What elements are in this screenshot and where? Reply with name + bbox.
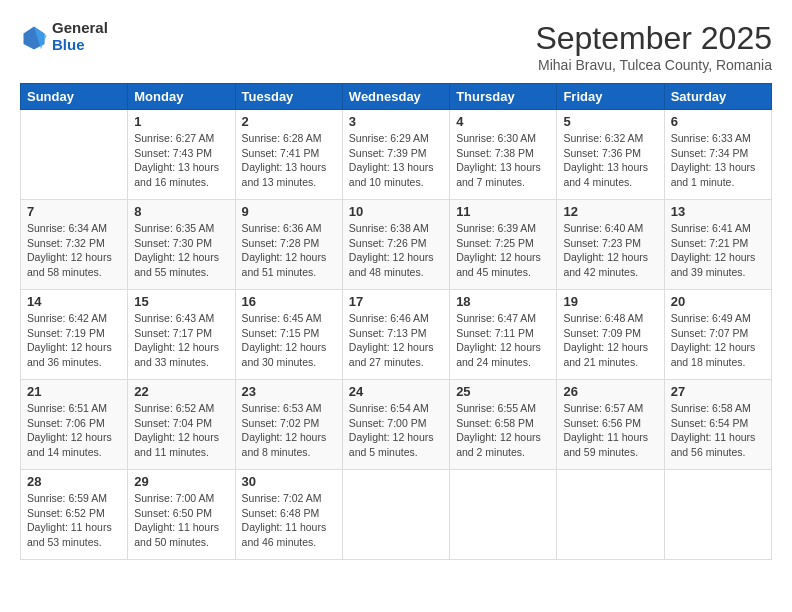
calendar-cell: 28Sunrise: 6:59 AMSunset: 6:52 PMDayligh… [21, 470, 128, 560]
day-number: 27 [671, 384, 765, 399]
day-number: 13 [671, 204, 765, 219]
calendar-cell: 22Sunrise: 6:52 AMSunset: 7:04 PMDayligh… [128, 380, 235, 470]
day-info: Sunrise: 6:38 AMSunset: 7:26 PMDaylight:… [349, 221, 443, 280]
calendar-cell [664, 470, 771, 560]
calendar-week-row: 1Sunrise: 6:27 AMSunset: 7:43 PMDaylight… [21, 110, 772, 200]
day-info: Sunrise: 7:02 AMSunset: 6:48 PMDaylight:… [242, 491, 336, 550]
logo-icon [20, 23, 48, 51]
logo-general-text: General [52, 20, 108, 37]
day-info: Sunrise: 6:43 AMSunset: 7:17 PMDaylight:… [134, 311, 228, 370]
calendar-week-row: 28Sunrise: 6:59 AMSunset: 6:52 PMDayligh… [21, 470, 772, 560]
day-info: Sunrise: 6:59 AMSunset: 6:52 PMDaylight:… [27, 491, 121, 550]
day-number: 7 [27, 204, 121, 219]
day-number: 29 [134, 474, 228, 489]
day-info: Sunrise: 6:58 AMSunset: 6:54 PMDaylight:… [671, 401, 765, 460]
calendar-cell [450, 470, 557, 560]
calendar-cell: 17Sunrise: 6:46 AMSunset: 7:13 PMDayligh… [342, 290, 449, 380]
day-number: 22 [134, 384, 228, 399]
calendar-cell: 24Sunrise: 6:54 AMSunset: 7:00 PMDayligh… [342, 380, 449, 470]
calendar-cell: 1Sunrise: 6:27 AMSunset: 7:43 PMDaylight… [128, 110, 235, 200]
day-number: 24 [349, 384, 443, 399]
day-number: 4 [456, 114, 550, 129]
calendar-cell: 5Sunrise: 6:32 AMSunset: 7:36 PMDaylight… [557, 110, 664, 200]
day-info: Sunrise: 6:36 AMSunset: 7:28 PMDaylight:… [242, 221, 336, 280]
month-title: September 2025 [535, 20, 772, 57]
calendar-cell [557, 470, 664, 560]
calendar-cell: 23Sunrise: 6:53 AMSunset: 7:02 PMDayligh… [235, 380, 342, 470]
day-info: Sunrise: 6:45 AMSunset: 7:15 PMDaylight:… [242, 311, 336, 370]
calendar-cell: 13Sunrise: 6:41 AMSunset: 7:21 PMDayligh… [664, 200, 771, 290]
calendar-cell: 20Sunrise: 6:49 AMSunset: 7:07 PMDayligh… [664, 290, 771, 380]
calendar-cell: 11Sunrise: 6:39 AMSunset: 7:25 PMDayligh… [450, 200, 557, 290]
page-header: General Blue September 2025 Mihai Bravu,… [20, 20, 772, 73]
calendar-cell [342, 470, 449, 560]
day-number: 21 [27, 384, 121, 399]
day-number: 3 [349, 114, 443, 129]
day-info: Sunrise: 6:48 AMSunset: 7:09 PMDaylight:… [563, 311, 657, 370]
calendar-cell: 10Sunrise: 6:38 AMSunset: 7:26 PMDayligh… [342, 200, 449, 290]
day-number: 6 [671, 114, 765, 129]
calendar-table: SundayMondayTuesdayWednesdayThursdayFrid… [20, 83, 772, 560]
day-number: 14 [27, 294, 121, 309]
title-block: September 2025 Mihai Bravu, Tulcea Count… [535, 20, 772, 73]
day-info: Sunrise: 6:29 AMSunset: 7:39 PMDaylight:… [349, 131, 443, 190]
day-number: 2 [242, 114, 336, 129]
day-number: 1 [134, 114, 228, 129]
day-info: Sunrise: 6:27 AMSunset: 7:43 PMDaylight:… [134, 131, 228, 190]
day-info: Sunrise: 6:57 AMSunset: 6:56 PMDaylight:… [563, 401, 657, 460]
calendar-cell: 16Sunrise: 6:45 AMSunset: 7:15 PMDayligh… [235, 290, 342, 380]
day-info: Sunrise: 6:49 AMSunset: 7:07 PMDaylight:… [671, 311, 765, 370]
calendar-cell: 2Sunrise: 6:28 AMSunset: 7:41 PMDaylight… [235, 110, 342, 200]
day-number: 9 [242, 204, 336, 219]
day-number: 11 [456, 204, 550, 219]
calendar-cell: 9Sunrise: 6:36 AMSunset: 7:28 PMDaylight… [235, 200, 342, 290]
day-info: Sunrise: 6:42 AMSunset: 7:19 PMDaylight:… [27, 311, 121, 370]
calendar-day-header: Friday [557, 84, 664, 110]
day-number: 30 [242, 474, 336, 489]
day-info: Sunrise: 6:28 AMSunset: 7:41 PMDaylight:… [242, 131, 336, 190]
day-number: 8 [134, 204, 228, 219]
day-info: Sunrise: 6:51 AMSunset: 7:06 PMDaylight:… [27, 401, 121, 460]
calendar-cell: 14Sunrise: 6:42 AMSunset: 7:19 PMDayligh… [21, 290, 128, 380]
calendar-cell: 15Sunrise: 6:43 AMSunset: 7:17 PMDayligh… [128, 290, 235, 380]
day-number: 5 [563, 114, 657, 129]
day-info: Sunrise: 6:52 AMSunset: 7:04 PMDaylight:… [134, 401, 228, 460]
calendar-cell: 3Sunrise: 6:29 AMSunset: 7:39 PMDaylight… [342, 110, 449, 200]
calendar-cell: 29Sunrise: 7:00 AMSunset: 6:50 PMDayligh… [128, 470, 235, 560]
calendar-cell: 7Sunrise: 6:34 AMSunset: 7:32 PMDaylight… [21, 200, 128, 290]
day-number: 23 [242, 384, 336, 399]
day-info: Sunrise: 6:54 AMSunset: 7:00 PMDaylight:… [349, 401, 443, 460]
day-info: Sunrise: 6:53 AMSunset: 7:02 PMDaylight:… [242, 401, 336, 460]
calendar-day-header: Tuesday [235, 84, 342, 110]
logo-text: General Blue [52, 20, 108, 53]
day-number: 25 [456, 384, 550, 399]
calendar-cell: 21Sunrise: 6:51 AMSunset: 7:06 PMDayligh… [21, 380, 128, 470]
calendar-day-header: Thursday [450, 84, 557, 110]
day-info: Sunrise: 6:35 AMSunset: 7:30 PMDaylight:… [134, 221, 228, 280]
day-number: 15 [134, 294, 228, 309]
calendar-day-header: Monday [128, 84, 235, 110]
calendar-cell: 4Sunrise: 6:30 AMSunset: 7:38 PMDaylight… [450, 110, 557, 200]
day-info: Sunrise: 6:34 AMSunset: 7:32 PMDaylight:… [27, 221, 121, 280]
day-number: 17 [349, 294, 443, 309]
calendar-week-row: 7Sunrise: 6:34 AMSunset: 7:32 PMDaylight… [21, 200, 772, 290]
day-number: 26 [563, 384, 657, 399]
calendar-cell: 27Sunrise: 6:58 AMSunset: 6:54 PMDayligh… [664, 380, 771, 470]
logo-blue-text: Blue [52, 37, 108, 54]
day-info: Sunrise: 6:33 AMSunset: 7:34 PMDaylight:… [671, 131, 765, 190]
calendar-cell: 26Sunrise: 6:57 AMSunset: 6:56 PMDayligh… [557, 380, 664, 470]
calendar-week-row: 14Sunrise: 6:42 AMSunset: 7:19 PMDayligh… [21, 290, 772, 380]
day-info: Sunrise: 6:47 AMSunset: 7:11 PMDaylight:… [456, 311, 550, 370]
day-number: 18 [456, 294, 550, 309]
day-info: Sunrise: 6:32 AMSunset: 7:36 PMDaylight:… [563, 131, 657, 190]
day-number: 10 [349, 204, 443, 219]
calendar-day-header: Sunday [21, 84, 128, 110]
day-number: 12 [563, 204, 657, 219]
calendar-day-header: Wednesday [342, 84, 449, 110]
calendar-cell: 8Sunrise: 6:35 AMSunset: 7:30 PMDaylight… [128, 200, 235, 290]
calendar-cell [21, 110, 128, 200]
calendar-cell: 6Sunrise: 6:33 AMSunset: 7:34 PMDaylight… [664, 110, 771, 200]
calendar-day-header: Saturday [664, 84, 771, 110]
calendar-cell: 30Sunrise: 7:02 AMSunset: 6:48 PMDayligh… [235, 470, 342, 560]
calendar-cell: 12Sunrise: 6:40 AMSunset: 7:23 PMDayligh… [557, 200, 664, 290]
